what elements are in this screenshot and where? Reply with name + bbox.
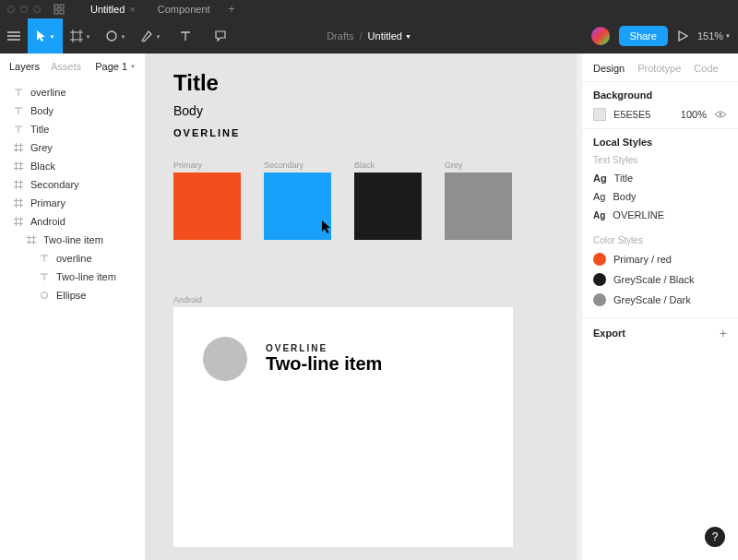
text-icon: [39, 272, 49, 281]
add-tab-icon[interactable]: +: [229, 3, 235, 16]
background-hex[interactable]: E5E5E5: [613, 109, 673, 120]
app-grid-icon[interactable]: [54, 4, 65, 15]
android-frame[interactable]: OVERLINE Two-line item: [173, 307, 513, 547]
frame-icon: [13, 161, 23, 171]
pen-tool[interactable]: ▼: [133, 18, 168, 54]
text-icon: [13, 88, 23, 97]
layer-item[interactable]: Two-line item: [0, 268, 145, 286]
style-name: OVERLINE: [613, 209, 664, 220]
tab-layers[interactable]: Layers: [9, 61, 40, 72]
breadcrumb-file[interactable]: Untitled ▼: [368, 30, 411, 42]
tab-label: Component: [158, 4, 210, 15]
text-icon: [39, 254, 49, 263]
android-two-line[interactable]: Two-line item: [266, 353, 382, 375]
layer-item[interactable]: Primary: [0, 194, 145, 212]
swatch[interactable]: [264, 173, 331, 240]
style-name: GreyScale / Dark: [613, 294, 691, 305]
text-style-item[interactable]: AgOVERLINE: [593, 206, 727, 224]
minimize-window-icon[interactable]: [20, 6, 28, 13]
background-color-chip[interactable]: [593, 108, 606, 121]
swatch-label: Grey: [445, 161, 512, 170]
breadcrumb-separator: /: [360, 30, 363, 42]
traffic-lights: [7, 6, 41, 13]
layer-item[interactable]: Title: [0, 120, 145, 138]
canvas[interactable]: Title Body OVERLINE PrimarySecondaryBlac…: [146, 54, 576, 560]
inspector-tabs: Design Prototype Code: [582, 54, 738, 81]
toolbar: ▼ ▼ ▼ ▼ Drafts / Untitled ▼ Share 151% ▼: [0, 18, 738, 54]
share-button[interactable]: Share: [619, 26, 668, 46]
shape-tool[interactable]: ▼: [98, 18, 133, 54]
frame-icon: [13, 198, 23, 208]
swatch-block[interactable]: Black: [354, 161, 422, 240]
color-dot-icon: [593, 293, 606, 306]
swatch[interactable]: [354, 173, 422, 240]
overline-text[interactable]: OVERLINE: [173, 127, 513, 138]
layer-item[interactable]: Black: [0, 157, 145, 175]
layer-item[interactable]: Ellipse: [0, 286, 145, 304]
title-text[interactable]: Title: [173, 70, 513, 96]
visibility-toggle-icon[interactable]: [714, 110, 727, 119]
main-menu-button[interactable]: [0, 31, 28, 41]
layer-label: Body: [30, 105, 54, 116]
text-style-item[interactable]: AgBody: [593, 187, 727, 206]
style-name: Body: [613, 191, 636, 202]
frame-icon: [13, 180, 23, 189]
color-style-item[interactable]: GreyScale / Black: [593, 269, 727, 290]
present-icon[interactable]: [677, 30, 688, 42]
layer-item[interactable]: Grey: [0, 138, 145, 157]
breadcrumb-folder[interactable]: Drafts: [327, 30, 353, 42]
help-button[interactable]: ?: [705, 527, 725, 547]
tab-component[interactable]: Component: [147, 4, 221, 15]
user-avatar[interactable]: [591, 27, 610, 45]
tab-code[interactable]: Code: [694, 63, 718, 74]
zoom-control[interactable]: 151% ▼: [697, 30, 731, 42]
text-style-item[interactable]: AgTitle: [593, 169, 727, 187]
layer-item[interactable]: Secondary: [0, 175, 145, 194]
layer-item[interactable]: overline: [0, 249, 145, 268]
tab-design[interactable]: Design: [593, 63, 625, 74]
layer-label: Two-line item: [56, 271, 116, 282]
swatch[interactable]: [173, 173, 241, 240]
style-name: Primary / red: [613, 254, 672, 265]
layer-item[interactable]: overline: [0, 83, 145, 101]
add-export-icon[interactable]: +: [720, 326, 727, 340]
background-opacity[interactable]: 100%: [681, 109, 707, 120]
ag-icon: Ag: [593, 210, 605, 220]
body-text[interactable]: Body: [173, 103, 513, 118]
two-line-item[interactable]: OVERLINE Two-line item: [203, 337, 494, 381]
swatch[interactable]: [445, 173, 512, 240]
swatch-block[interactable]: Primary: [173, 161, 241, 240]
layer-item[interactable]: Two-line item: [0, 231, 145, 249]
chevron-down-icon: ▼: [156, 34, 161, 40]
ag-icon: Ag: [593, 191, 605, 202]
move-tool[interactable]: ▼: [28, 18, 63, 54]
swatch-block[interactable]: Secondary: [264, 161, 331, 240]
left-panel-tabs: Layers Assets Page 1 ▼: [0, 54, 145, 77]
maximize-window-icon[interactable]: [33, 6, 41, 13]
layer-item[interactable]: Body: [0, 101, 145, 120]
frame-icon: [13, 143, 23, 152]
frame-icon: [13, 217, 23, 226]
tab-untitled[interactable]: Untitled ×: [79, 4, 147, 15]
text-tool[interactable]: [168, 18, 203, 54]
comment-tool[interactable]: [203, 18, 238, 54]
color-style-item[interactable]: Primary / red: [593, 249, 727, 269]
layer-label: Primary: [30, 197, 65, 209]
close-window-icon[interactable]: [7, 6, 15, 13]
frame-tool[interactable]: ▼: [63, 18, 98, 54]
chevron-down-icon: ▼: [50, 34, 55, 40]
close-icon[interactable]: ×: [129, 4, 135, 15]
chevron-down-icon: ▼: [121, 34, 126, 40]
tab-assets[interactable]: Assets: [51, 61, 81, 72]
chevron-down-icon: ▼: [86, 34, 91, 40]
svg-point-4: [107, 31, 116, 41]
swatch-block[interactable]: Grey: [445, 161, 512, 240]
ellipse-icon: [39, 291, 49, 300]
color-style-item[interactable]: GreyScale / Dark: [593, 290, 727, 310]
android-overline[interactable]: OVERLINE: [266, 343, 382, 353]
page-selector[interactable]: Page 1 ▼: [95, 61, 136, 72]
tab-prototype[interactable]: Prototype: [637, 63, 681, 74]
ellipse-shape[interactable]: [203, 337, 247, 381]
frame-label-android[interactable]: Android: [173, 295, 513, 304]
layer-item[interactable]: Android: [0, 212, 145, 231]
